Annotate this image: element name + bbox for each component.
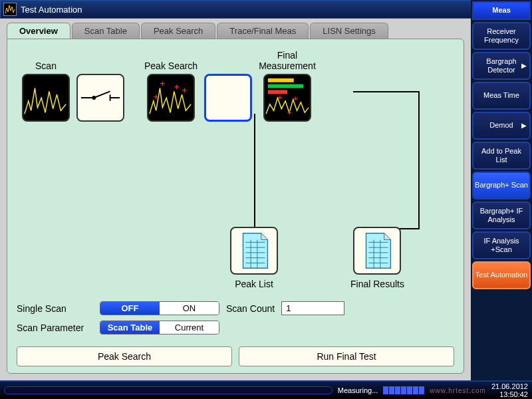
progress-bars-icon	[383, 386, 424, 394]
result-final-results: Final Results	[350, 227, 404, 289]
scan-count-input[interactable]	[281, 301, 344, 315]
watermark: www.hrtest.com	[430, 387, 486, 394]
status-date: 21.06.2012	[491, 382, 528, 390]
svg-rect-10	[268, 84, 303, 88]
sidebar-if-analysis-scan[interactable]: IF Analysis +Scan	[472, 231, 531, 259]
flow-box-peak-search[interactable]: + + + +	[147, 74, 195, 122]
sidebar-receiver-frequency[interactable]: Receiver Frequency	[472, 22, 531, 50]
controls-area: Single Scan OFF ON Scan Count Scan Param…	[17, 301, 454, 340]
sidebar-header-meas[interactable]: Meas	[472, 1, 531, 20]
final-results-label: Final Results	[350, 279, 404, 289]
flow-box-switch[interactable]	[76, 74, 124, 122]
peak-list-label: Peak List	[235, 279, 273, 289]
flow-box-final-meas[interactable]: + + +	[263, 74, 311, 122]
document-icon	[231, 228, 277, 273]
sidebar-meas-time[interactable]: Meas Time	[472, 82, 531, 110]
chevron-right-icon: ▶	[521, 62, 527, 70]
main-content: Overview Scan Table Peak Search Trace/Fi…	[0, 19, 471, 380]
tab-lisn-settings[interactable]: LISN Settings	[310, 23, 388, 39]
scan-param-table[interactable]: Scan Table	[100, 321, 160, 334]
progress-track	[4, 386, 332, 394]
single-scan-toggle[interactable]: OFF ON	[100, 301, 219, 315]
single-scan-on[interactable]: ON	[160, 302, 219, 315]
result-peak-list: Peak List	[230, 227, 278, 289]
flow-box-selected[interactable]	[204, 74, 252, 122]
scan-count-label: Scan Count	[226, 303, 275, 314]
svg-text:+: +	[293, 94, 298, 102]
sidebar-demod[interactable]: Demod▶	[472, 112, 531, 140]
chevron-right-icon: ▶	[521, 122, 527, 130]
svg-text:+: +	[277, 92, 282, 101]
sidebar-bargraph-detector[interactable]: Bargraph Detector▶	[472, 52, 531, 80]
sidebar-bargraph-scan[interactable]: Bargraph+ Scan	[472, 172, 531, 200]
tab-bar: Overview Scan Table Peak Search Trace/Fi…	[0, 19, 471, 39]
scan-param-current[interactable]: Current	[160, 321, 219, 334]
app-icon	[3, 3, 17, 16]
flow-label-final-meas: Final Measurement	[259, 47, 316, 71]
flow-diagram: Scan Peak Search + +	[15, 47, 456, 122]
datetime: 21.06.2012 13:50:42	[491, 382, 528, 398]
action-buttons: Peak Search Run Final Test	[17, 346, 454, 366]
sidebar-bargraph-if-analysis[interactable]: Bargraph+ IF Analysis	[472, 201, 531, 229]
status-time: 13:50:42	[491, 390, 528, 398]
peak-list-box[interactable]	[230, 227, 278, 275]
flow-box-scan[interactable]	[22, 74, 70, 122]
scan-parameter-label: Scan Parameter	[17, 323, 93, 333]
run-final-test-button[interactable]: Run Final Test	[239, 346, 454, 366]
titlebar: Test Automation	[0, 0, 532, 19]
single-scan-off[interactable]: OFF	[100, 302, 160, 315]
sidebar: Meas Receiver Frequency Bargraph Detecto…	[471, 0, 532, 380]
document-icon	[354, 228, 400, 273]
flow-label-peak-search: Peak Search	[144, 47, 198, 71]
final-results-box[interactable]	[353, 227, 401, 275]
svg-text:+: +	[154, 92, 159, 102]
svg-rect-9	[268, 78, 294, 82]
scan-parameter-toggle[interactable]: Scan Table Current	[100, 321, 219, 334]
statusbar: Measuring... www.hrtest.com 21.06.2012 1…	[0, 380, 532, 399]
svg-line-2	[94, 91, 110, 98]
tab-peak-search[interactable]: Peak Search	[141, 23, 215, 39]
svg-text:+: +	[160, 78, 166, 88]
overview-panel: Scan Peak Search + +	[7, 39, 464, 374]
sidebar-add-to-peak-list[interactable]: Add to Peak List	[472, 142, 531, 170]
window-title: Test Automation	[21, 5, 511, 15]
status-measuring: Measuring...	[338, 386, 378, 394]
flow-label-scan: Scan	[35, 47, 57, 71]
sidebar-test-automation[interactable]: Test Automation	[472, 261, 531, 289]
peak-search-button[interactable]: Peak Search	[17, 346, 232, 366]
tab-overview[interactable]: Overview	[7, 23, 70, 39]
svg-text:+: +	[174, 82, 180, 92]
tab-trace-final[interactable]: Trace/Final Meas	[217, 23, 309, 39]
svg-text:+: +	[287, 108, 292, 116]
single-scan-label: Single Scan	[17, 303, 93, 314]
tab-scan-table[interactable]: Scan Table	[72, 23, 140, 39]
svg-text:+: +	[182, 85, 188, 95]
